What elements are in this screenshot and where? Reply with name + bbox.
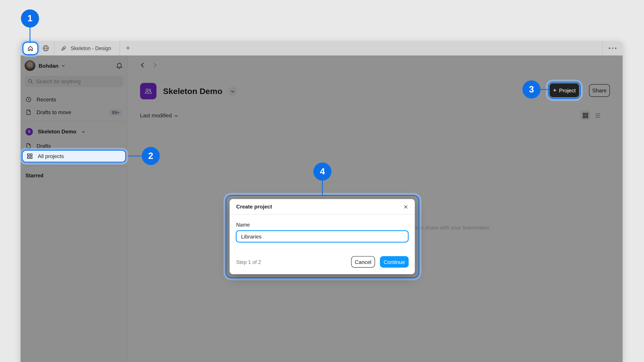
annotation-badge-4: 4 (314, 163, 332, 181)
grid-icon (27, 153, 33, 159)
annotation-badge-3: 3 (522, 80, 540, 98)
annotation-badge-2: 2 (142, 147, 160, 165)
continue-button[interactable]: Continue (380, 256, 408, 268)
globe-icon (42, 45, 49, 52)
new-project-button-highlight: + Project (548, 82, 581, 99)
tab-home[interactable] (24, 42, 38, 54)
ellipsis-icon (609, 47, 610, 49)
plus-icon: + (553, 87, 556, 94)
new-tab-button[interactable]: + (120, 41, 136, 55)
tab-bar: Skeleton - Design + (20, 41, 622, 55)
annotation-connector-1 (30, 27, 30, 43)
close-icon (403, 204, 408, 209)
modal-actions: Cancel Continue (351, 256, 409, 268)
sidebar-item-label: All projects (38, 153, 64, 159)
modal-header: Create project (230, 199, 415, 215)
annotation-connector-4 (322, 181, 323, 195)
new-project-button[interactable]: + Project (550, 83, 579, 97)
file-tab-label: Skeleton - Design (70, 45, 111, 51)
step-indicator: Step 1 of 2 (236, 259, 261, 265)
home-icon (27, 45, 34, 51)
new-project-button-label: Project (559, 87, 576, 93)
name-field-label: Name (236, 222, 250, 228)
screen: Skeleton - Design + Bohdan (0, 0, 644, 362)
pen-nib-icon (61, 45, 67, 51)
close-button[interactable] (401, 202, 411, 212)
tab-file[interactable]: Skeleton - Design (54, 41, 120, 55)
sidebar-item-all-projects[interactable]: All projects (22, 150, 126, 163)
stage: Skeleton - Design + Bohdan (0, 0, 644, 362)
annotation-badge-1: 1 (21, 9, 39, 27)
modal-title: Create project (236, 204, 272, 210)
tab-community[interactable] (38, 41, 54, 55)
project-name-input[interactable] (236, 230, 409, 243)
ellipsis-icon (612, 47, 613, 49)
annotation-connector-2 (128, 155, 142, 156)
window-menu-button[interactable] (602, 41, 623, 55)
ellipsis-icon (615, 47, 616, 49)
annotation-connector-3 (540, 89, 550, 90)
cancel-button[interactable]: Cancel (351, 256, 375, 268)
create-project-modal: Create project Name Step 1 of 2 Cancel C… (230, 199, 415, 274)
